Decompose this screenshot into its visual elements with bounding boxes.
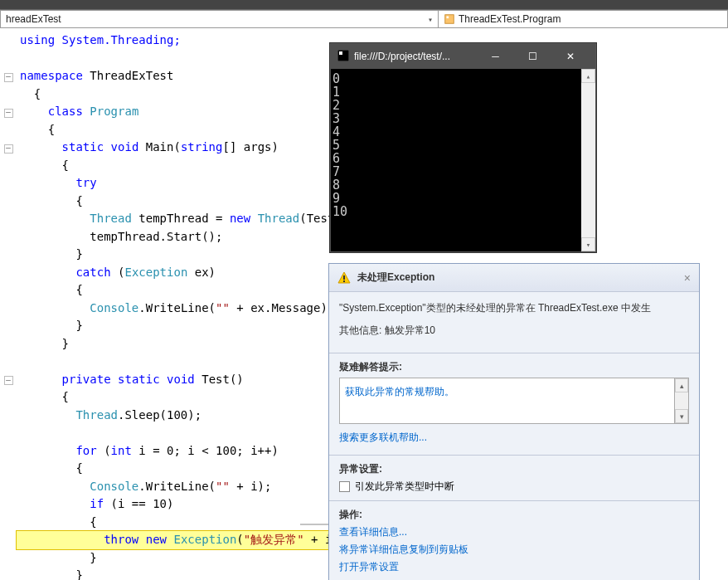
code-token: Main: [146, 140, 174, 154]
code-token: "触发异常": [244, 533, 304, 546]
code-token: catch: [75, 266, 110, 279]
code-token: int: [111, 444, 132, 457]
console-output[interactable]: 0 1 2 3 4 5 6 7 8 9 10: [331, 69, 581, 251]
warning-icon: [337, 271, 351, 285]
search-more-link[interactable]: 搜索更多联机帮助...: [339, 431, 689, 445]
svg-rect-0: [445, 15, 454, 24]
scroll-up-icon[interactable]: ▴: [581, 69, 595, 83]
hints-scrollbar[interactable]: ▴ ▾: [675, 378, 689, 424]
code-token: + i);: [230, 480, 272, 493]
code-token: class: [48, 105, 83, 118]
svg-rect-3: [339, 51, 342, 55]
open-settings-link[interactable]: 打开异常设置: [339, 560, 689, 574]
hints-title: 疑难解答提示:: [339, 360, 689, 374]
copy-details-link[interactable]: 将异常详细信息复制到剪贴板: [339, 543, 689, 557]
exception-body: "System.Exception"类型的未经处理的异常在 ThreadExTe…: [329, 292, 699, 353]
code-token: using System.Threading;: [20, 33, 181, 46]
breadcrumb-scope-text: hreadExTest: [6, 13, 61, 25]
code-token: Thread: [90, 212, 132, 225]
code-token: void: [111, 140, 139, 154]
code-token: private: [62, 373, 111, 386]
exception-actions-section: 操作: 查看详细信息... 将异常详细信息复制到剪贴板 打开异常设置: [329, 500, 699, 580]
exception-settings-section: 异常设置: 引发此异常类型时中断: [329, 455, 699, 500]
checkbox-label: 引发此异常类型时中断: [355, 480, 454, 494]
breadcrumb-member[interactable]: ThreadExTest.Program: [439, 11, 727, 27]
code-token: (i == 10): [104, 497, 173, 510]
code-token: if: [90, 497, 104, 510]
break-on-throw-checkbox[interactable]: [339, 481, 350, 492]
settings-title: 异常设置:: [339, 462, 689, 476]
breadcrumb-bar: hreadExTest ▾ ThreadExTest.Program: [0, 10, 728, 28]
scroll-up-icon[interactable]: ▴: [675, 378, 688, 392]
breadcrumb-member-text: ThreadExTest.Program: [459, 13, 561, 25]
collapse-icon[interactable]: −: [4, 376, 13, 385]
code-token: .WriteLine(: [138, 301, 216, 314]
code-token: i = 0; i < 100; i++): [132, 444, 279, 457]
app-icon: [337, 50, 349, 64]
code-token: Thread: [75, 408, 118, 422]
code-editor[interactable]: using System.Threading; −namespace Threa…: [0, 28, 332, 580]
exception-message: "System.Exception"类型的未经处理的异常在 ThreadExTe…: [339, 300, 689, 315]
console-title-text: file:///D:/project/test/...: [354, 51, 477, 62]
code-token: void: [167, 373, 195, 386]
code-token: + ex.Message);: [230, 301, 334, 314]
svg-rect-4: [343, 275, 345, 280]
code-token: "": [216, 301, 230, 314]
collapse-icon[interactable]: −: [4, 109, 13, 118]
editor-area: using System.Threading; −namespace Threa…: [0, 28, 728, 580]
close-icon[interactable]: ×: [684, 271, 691, 285]
exception-popup: 未处理Exception × "System.Exception"类型的未经处理…: [328, 263, 700, 580]
code-token: Console: [90, 480, 138, 493]
code-token: Exception: [173, 533, 236, 546]
console-titlebar[interactable]: file:///D:/project/test/... ─ ☐ ✕: [331, 44, 595, 69]
code-token: tempThread =: [132, 212, 230, 225]
svg-rect-5: [343, 280, 345, 282]
document-tabs-bar: [0, 0, 728, 10]
maximize-button[interactable]: ☐: [514, 45, 551, 68]
collapse-icon[interactable]: −: [4, 144, 13, 154]
scroll-track[interactable]: [675, 392, 688, 409]
close-button[interactable]: ✕: [551, 45, 589, 68]
code-token: Test(): [201, 373, 244, 386]
actions-title: 操作:: [339, 508, 689, 522]
code-token: try: [75, 176, 96, 189]
code-token: static: [62, 140, 104, 154]
code-token: new: [230, 212, 250, 225]
breadcrumb-scope[interactable]: hreadExTest ▾: [1, 11, 439, 27]
exception-hints-section: 疑难解答提示: 获取此异常的常规帮助。 ▴ ▾ 搜索更多联机帮助...: [329, 353, 699, 455]
exception-title: 未处理Exception: [357, 271, 684, 285]
code-token: [] args): [222, 140, 278, 154]
scroll-track[interactable]: [581, 83, 595, 237]
code-token: tempThread.Start();: [90, 230, 222, 243]
code-token: namespace: [20, 69, 83, 82]
svg-rect-1: [447, 17, 449, 19]
code-token: "": [216, 480, 230, 493]
code-token: Thread: [258, 212, 300, 225]
exception-other-info: 其他信息: 触发异常10: [339, 324, 689, 338]
code-token: Program: [90, 105, 138, 118]
hint-link[interactable]: 获取此异常的常规帮助。: [345, 385, 669, 399]
code-token: .WriteLine(: [138, 480, 216, 493]
view-details-link[interactable]: 查看详细信息...: [339, 525, 689, 539]
scroll-down-icon[interactable]: ▾: [581, 237, 595, 251]
exception-header: 未处理Exception ×: [329, 264, 699, 292]
scroll-down-icon[interactable]: ▾: [675, 409, 688, 423]
minimize-button[interactable]: ─: [477, 45, 514, 68]
console-window: file:///D:/project/test/... ─ ☐ ✕ 0 1 2 …: [330, 43, 596, 252]
code-token: ex): [187, 266, 216, 279]
code-token: for: [75, 444, 96, 457]
code-token: ThreadExTest: [90, 69, 173, 82]
code-token: Exception: [124, 266, 187, 279]
collapse-icon[interactable]: −: [4, 73, 13, 82]
exception-hints-box: 获取此异常的常规帮助。: [339, 378, 675, 424]
code-token: string: [181, 140, 223, 154]
code-token: static: [118, 373, 160, 386]
chevron-down-icon[interactable]: ▾: [428, 15, 433, 24]
code-token: .Sleep(100);: [118, 408, 201, 422]
code-token: Console: [90, 301, 138, 314]
code-token: new: [146, 533, 167, 546]
code-token: throw: [104, 533, 138, 546]
class-icon: [444, 13, 455, 25]
console-scrollbar[interactable]: ▴ ▾: [581, 69, 595, 251]
